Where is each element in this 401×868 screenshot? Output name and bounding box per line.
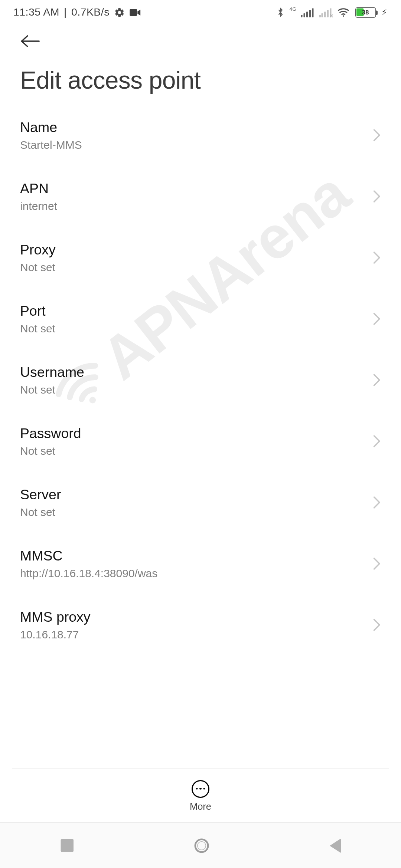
setting-value: Not set: [20, 384, 84, 397]
setting-row-password[interactable]: PasswordNot set: [20, 411, 381, 473]
bluetooth-icon: [277, 7, 284, 18]
svg-point-1: [342, 15, 344, 17]
chevron-right-icon: [373, 129, 381, 142]
setting-row-proxy[interactable]: ProxyNot set: [20, 228, 381, 289]
setting-label: Username: [20, 364, 84, 380]
charging-icon: ⚡︎: [381, 7, 388, 17]
svg-rect-0: [130, 9, 137, 16]
wifi-icon: [337, 7, 350, 17]
battery-percent: 38: [356, 7, 375, 17]
arrow-left-icon: [20, 34, 41, 49]
setting-label: APN: [20, 180, 57, 197]
status-bar: 11:35 AM | 0.7KB/s 4G 38 ⚡︎: [0, 0, 401, 22]
setting-row-name[interactable]: NameStartel-MMS: [20, 105, 381, 167]
navigation-bar: [0, 822, 401, 868]
more-icon: [192, 780, 209, 798]
home-button[interactable]: [194, 838, 209, 853]
chevron-right-icon: [373, 251, 381, 264]
setting-value: http://10.16.18.4:38090/was: [20, 567, 157, 580]
setting-row-username[interactable]: UsernameNot set: [20, 350, 381, 411]
setting-value: Not set: [20, 445, 81, 458]
setting-value: Not set: [20, 261, 56, 274]
setting-label: MMSC: [20, 548, 157, 564]
setting-label: Name: [20, 119, 82, 135]
settings-list-viewport[interactable]: NameStartel-MMSAPNinternetProxyNot setPo…: [0, 105, 401, 769]
recents-button[interactable]: [61, 839, 74, 852]
camera-icon: [129, 8, 141, 17]
chevron-right-icon: [373, 374, 381, 387]
setting-row-apn[interactable]: APNinternet: [20, 167, 381, 228]
setting-label: Port: [20, 303, 55, 319]
settings-list: NameStartel-MMSAPNinternetProxyNot setPo…: [0, 105, 401, 656]
back-button[interactable]: [0, 22, 401, 54]
setting-label: Password: [20, 425, 81, 441]
setting-row-server[interactable]: ServerNot set: [20, 473, 381, 534]
status-time: 11:35 AM: [13, 6, 59, 19]
setting-value: Startel-MMS: [20, 139, 82, 152]
chevron-right-icon: [373, 557, 381, 571]
signal-sim2-icon: [319, 7, 331, 17]
chevron-right-icon: [373, 496, 381, 509]
setting-value: Not set: [20, 506, 61, 519]
chevron-right-icon: [373, 190, 381, 203]
more-label: More: [190, 801, 211, 812]
gear-icon: [114, 7, 125, 18]
battery-icon: 38: [355, 7, 376, 18]
chevron-right-icon: [373, 312, 381, 326]
chevron-right-icon: [373, 618, 381, 632]
more-button[interactable]: More: [0, 769, 401, 823]
setting-row-mms-proxy[interactable]: MMS proxy10.16.18.77: [20, 595, 381, 656]
setting-row-port[interactable]: PortNot set: [20, 289, 381, 350]
status-netspeed: 0.7KB/s: [71, 6, 110, 19]
back-nav-button[interactable]: [329, 838, 340, 853]
setting-row-mmsc[interactable]: MMSChttp://10.16.18.4:38090/was: [20, 534, 381, 595]
setting-label: Proxy: [20, 241, 56, 258]
page-title: Edit access point: [0, 54, 401, 111]
setting-label: MMS proxy: [20, 609, 91, 625]
setting-value: internet: [20, 200, 57, 213]
setting-value: 10.16.18.77: [20, 628, 91, 641]
setting-value: Not set: [20, 322, 55, 335]
chevron-right-icon: [373, 435, 381, 448]
setting-label: Server: [20, 486, 61, 503]
cell-network-label: 4G: [290, 6, 297, 12]
signal-sim1-icon: [301, 7, 313, 17]
